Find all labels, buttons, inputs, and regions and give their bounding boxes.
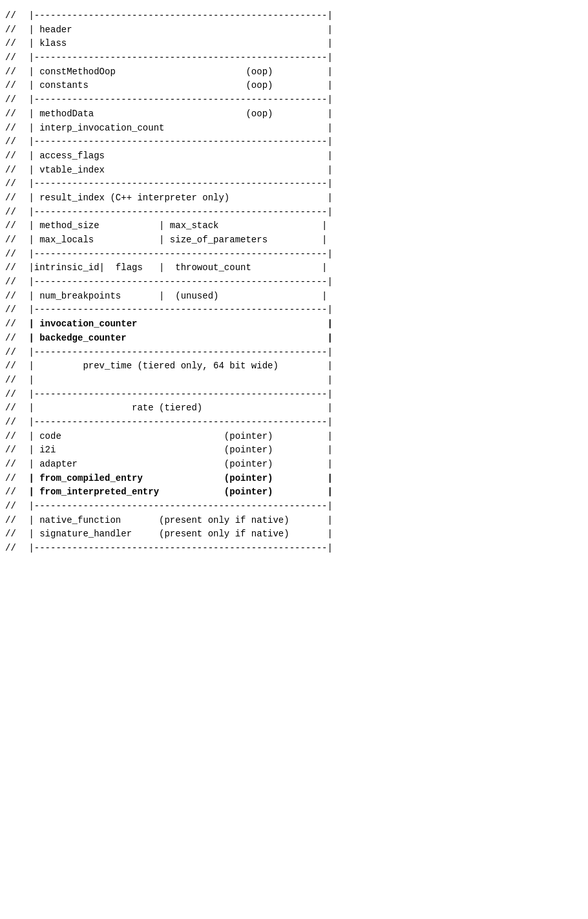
comment-prefix: // <box>5 275 23 290</box>
comment-prefix: // <box>5 374 23 388</box>
line-content: | | <box>23 374 583 388</box>
line-content: |---------------------------------------… <box>23 346 583 360</box>
line-content: | i2i (pointer) | <box>23 443 583 458</box>
comment-prefix: // <box>5 332 23 346</box>
comment-prefix: // <box>5 359 23 374</box>
comment-prefix: // <box>5 458 23 472</box>
comment-prefix: // <box>5 23 23 37</box>
line-content: | method_size | max_stack | <box>23 219 583 233</box>
code-line: // |------------------------------------… <box>0 51 588 65</box>
code-line: // | max_locals | size_of_parameters | <box>0 233 588 248</box>
code-line: // | rate (tiered) | <box>0 401 588 416</box>
line-content: | adapter (pointer) | <box>23 458 583 472</box>
line-content: |---------------------------------------… <box>23 500 583 514</box>
code-line: // |------------------------------------… <box>0 135 588 149</box>
line-content: | vtable_index | <box>23 164 583 178</box>
comment-prefix: // <box>5 164 23 178</box>
comment-prefix: // <box>5 37 23 51</box>
comment-prefix: // <box>5 9 23 23</box>
comment-prefix: // <box>5 500 23 514</box>
line-content: | rate (tiered) | <box>23 401 583 416</box>
code-line: // |------------------------------------… <box>0 275 588 290</box>
line-content: |---------------------------------------… <box>23 275 583 290</box>
comment-prefix: // <box>5 135 23 149</box>
line-content: |---------------------------------------… <box>23 206 583 220</box>
comment-prefix: // <box>5 107 23 121</box>
code-line: // | adapter (pointer) | <box>0 458 588 472</box>
code-line: // | i2i (pointer) | <box>0 443 588 458</box>
line-content: |---------------------------------------… <box>23 51 583 65</box>
line-content: | result_index (C++ interpreter only) | <box>23 191 583 206</box>
comment-prefix: // <box>5 219 23 233</box>
line-content: |---------------------------------------… <box>23 416 583 430</box>
code-line: // | vtable_index | <box>0 164 588 178</box>
line-content: | max_locals | size_of_parameters | <box>23 233 583 248</box>
comment-prefix: // <box>5 401 23 416</box>
code-line: // |------------------------------------… <box>0 303 588 317</box>
code-line: // |------------------------------------… <box>0 500 588 514</box>
line-content: | signature_handler (present only if nat… <box>23 527 583 542</box>
line-content: | access_flags | <box>23 149 583 164</box>
comment-prefix: // <box>5 191 23 206</box>
line-content: |---------------------------------------… <box>23 93 583 107</box>
comment-prefix: // <box>5 430 23 444</box>
line-content: |---------------------------------------… <box>23 248 583 262</box>
comment-prefix: // <box>5 485 23 500</box>
line-content: | backedge_counter | <box>23 332 583 346</box>
line-content: | from_interpreted_entry (pointer) | <box>23 485 583 500</box>
code-line: // |------------------------------------… <box>0 542 588 556</box>
comment-prefix: // <box>5 346 23 360</box>
line-content: | interp_invocation_count | <box>23 121 583 136</box>
code-line: // |------------------------------------… <box>0 388 588 402</box>
code-line: // | interp_invocation_count | <box>0 121 588 136</box>
code-line: // |------------------------------------… <box>0 416 588 430</box>
line-content: | header | <box>23 23 583 37</box>
comment-prefix: // <box>5 177 23 191</box>
code-line: // | method_size | max_stack | <box>0 219 588 233</box>
code-line: // | backedge_counter | <box>0 332 588 346</box>
code-line: // | constMethodOop (oop) | <box>0 65 588 79</box>
code-line: // | prev_time (tiered only, 64 bit wide… <box>0 359 588 374</box>
line-content: |---------------------------------------… <box>23 542 583 556</box>
line-content: |---------------------------------------… <box>23 9 583 23</box>
code-line: // | num_breakpoints | (unused) | <box>0 290 588 304</box>
line-content: | native_function (present only if nativ… <box>23 514 583 528</box>
comment-prefix: // <box>5 51 23 65</box>
line-content: | constMethodOop (oop) | <box>23 65 583 79</box>
comment-prefix: // <box>5 388 23 402</box>
code-line: // | access_flags | <box>0 149 588 164</box>
code-line: // | code (pointer) | <box>0 430 588 444</box>
line-content: | num_breakpoints | (unused) | <box>23 290 583 304</box>
comment-prefix: // <box>5 542 23 556</box>
comment-prefix: // <box>5 93 23 107</box>
comment-prefix: // <box>5 290 23 304</box>
line-content: | constants (oop) | <box>23 79 583 93</box>
code-line: // | native_function (present only if na… <box>0 514 588 528</box>
code-line: // | invocation_counter | <box>0 317 588 332</box>
code-line: // | header | <box>0 23 588 37</box>
line-content: |---------------------------------------… <box>23 303 583 317</box>
code-line: // | from_interpreted_entry (pointer) | <box>0 485 588 500</box>
comment-prefix: // <box>5 248 23 262</box>
code-line: // | klass | <box>0 37 588 51</box>
comment-prefix: // <box>5 206 23 220</box>
line-content: |---------------------------------------… <box>23 388 583 402</box>
code-line: // |------------------------------------… <box>0 93 588 107</box>
code-line: // | methodData (oop) | <box>0 107 588 121</box>
comment-prefix: // <box>5 233 23 248</box>
comment-prefix: // <box>5 149 23 164</box>
comment-prefix: // <box>5 303 23 317</box>
comment-prefix: // <box>5 317 23 332</box>
code-line: // |------------------------------------… <box>0 248 588 262</box>
code-line: // | result_index (C++ interpreter only)… <box>0 191 588 206</box>
code-line: // |intrinsic_id| flags | throwout_count… <box>0 261 588 275</box>
comment-prefix: // <box>5 65 23 79</box>
code-line: // | constants (oop) | <box>0 79 588 93</box>
comment-prefix: // <box>5 514 23 528</box>
line-content: | klass | <box>23 37 583 51</box>
code-line: // |------------------------------------… <box>0 9 588 23</box>
code-block: // |------------------------------------… <box>0 6 588 558</box>
code-line: // | from_compiled_entry (pointer) | <box>0 472 588 486</box>
comment-prefix: // <box>5 261 23 275</box>
code-line: // |------------------------------------… <box>0 177 588 191</box>
